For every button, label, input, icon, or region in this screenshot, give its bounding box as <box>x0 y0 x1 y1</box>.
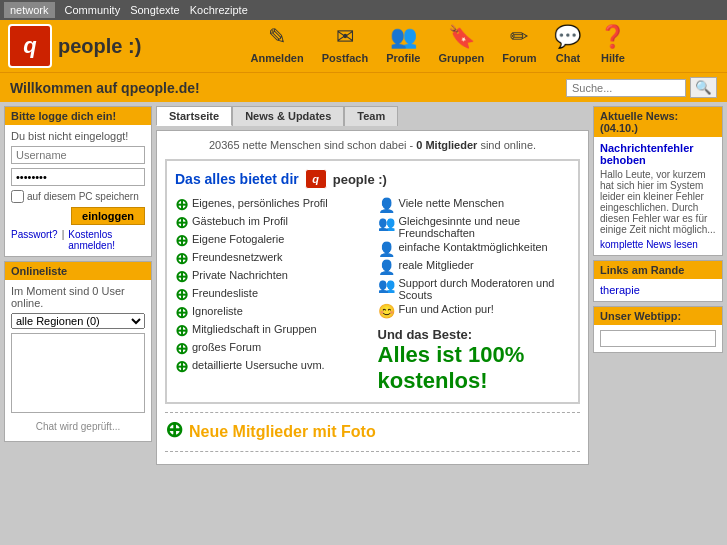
new-members-section: ⊕ Neue Mitglieder mit Foto <box>165 417 580 447</box>
username-input[interactable] <box>11 146 145 164</box>
tab-startseite[interactable]: Startseite <box>156 106 232 126</box>
welcome-search-input[interactable] <box>566 79 686 97</box>
plus-icon: ⊕ <box>175 197 188 213</box>
feature-item: ⊕Eigene Fotogalerie <box>175 233 368 249</box>
feature-item: ⊕Freundesliste <box>175 287 368 303</box>
online-user-list <box>11 333 145 413</box>
feature-item: 👥Support durch Moderatoren und Scouts <box>378 277 571 301</box>
features-left-column: ⊕Eigenes, persönliches Profil ⊕Gästebuch… <box>175 197 368 394</box>
links-item[interactable]: therapie <box>600 284 640 296</box>
login-box-content: Du bist nicht eingeloggt! auf diesem PC … <box>5 125 151 256</box>
login-links: Passwort? | Kostenlos anmelden! <box>11 229 145 251</box>
news-box: Aktuelle News: (04.10.) Nachrichtenfehle… <box>593 106 723 256</box>
plus-icon: ⊕ <box>175 233 188 249</box>
person-icon: 😊 <box>378 303 395 319</box>
features-logo-text: people :) <box>333 172 387 187</box>
tab-bar: Startseite News & Updates Team <box>156 106 589 126</box>
header-navigation: ✎ Anmelden ✉ Postfach 👥 Profile 🔖 Gruppe… <box>158 24 719 68</box>
webtipp-box-header: Unser Webtipp: <box>594 307 722 325</box>
nav-forum-label: Forum <box>502 52 536 64</box>
welcome-search-button[interactable]: 🔍 <box>690 77 717 98</box>
hilfe-icon: ❓ <box>599 24 626 50</box>
person-icon: 👥 <box>378 215 395 231</box>
plus-icon: ⊕ <box>175 341 188 357</box>
news-read-more-link[interactable]: komplette News lesen <box>600 239 698 250</box>
center-content: Startseite News & Updates Team 20365 net… <box>156 106 589 465</box>
feature-item: 😊Fun und Action pur! <box>378 303 571 319</box>
webtipp-input[interactable] <box>600 330 716 347</box>
person-icon: 👤 <box>378 241 395 257</box>
feature-item: ⊕Ignoreliste <box>175 305 368 321</box>
news-title: Nachrichtenfehler behoben <box>600 142 716 166</box>
person-icon: 👤 <box>378 259 395 275</box>
webtipp-box: Unser Webtipp: <box>593 306 723 353</box>
welcome-search-area: 🔍 <box>566 77 717 98</box>
gruppen-icon: 🔖 <box>448 24 475 50</box>
feature-item: 👤reale Mitglieder <box>378 259 571 275</box>
plus-icon: ⊕ <box>175 323 188 339</box>
plus-icon: ⊕ <box>175 269 188 285</box>
tab-news[interactable]: News & Updates <box>232 106 344 126</box>
features-logo-icon: q <box>305 169 327 189</box>
tab-team[interactable]: Team <box>344 106 398 126</box>
nav-gruppen[interactable]: 🔖 Gruppen <box>438 24 484 64</box>
links-box-header: Links am Rande <box>594 261 722 279</box>
divider <box>165 412 580 413</box>
plus-icon: ⊕ <box>175 359 188 375</box>
features-box: Das alles bietet dir q people :) ⊕Eigene… <box>165 159 580 404</box>
divider-bottom <box>165 451 580 452</box>
region-select[interactable]: alle Regionen (0) <box>11 313 145 329</box>
register-link[interactable]: Kostenlos anmelden! <box>68 229 145 251</box>
online-box: Onlineliste Im Moment sind 0 User online… <box>4 261 152 442</box>
feature-item: ⊕großes Forum <box>175 341 368 357</box>
feature-item: ⊕Mitgliedschaft in Gruppen <box>175 323 368 339</box>
password-input[interactable] <box>11 168 145 186</box>
news-box-header: Aktuelle News: (04.10.) <box>594 107 722 137</box>
nav-forum[interactable]: ✏ Forum <box>502 24 536 64</box>
nav-postfach[interactable]: ✉ Postfach <box>322 24 368 64</box>
features-right-column: 👤Viele nette Menschen 👥Gleichgesinnte un… <box>378 197 571 394</box>
nav-anmelden[interactable]: ✎ Anmelden <box>251 24 304 64</box>
person-icon: 👤 <box>378 197 395 213</box>
feature-item: ⊕Private Nachrichten <box>175 269 368 285</box>
nav-anmelden-label: Anmelden <box>251 52 304 64</box>
plus-icon: ⊕ <box>175 251 188 267</box>
top-navigation-bar: network Community Songtexte Kochrezipte <box>0 0 727 20</box>
plus-icon: ⊕ <box>175 305 188 321</box>
topbar-item-kochrezipte[interactable]: Kochrezipte <box>190 4 248 16</box>
remember-label[interactable]: auf diesem PC speichern <box>11 190 145 203</box>
content-area: 20365 nette Menschen sind schon dabei - … <box>156 130 589 465</box>
nav-hilfe[interactable]: ❓ Hilfe <box>599 24 626 64</box>
password-link[interactable]: Passwort? <box>11 229 58 251</box>
member-count: 20365 nette Menschen sind schon dabei - … <box>165 139 580 151</box>
plus-icon: ⊕ <box>175 287 188 303</box>
nav-hilfe-label: Hilfe <box>601 52 625 64</box>
nav-postfach-label: Postfach <box>322 52 368 64</box>
main-layout: Bitte logge dich ein! Du bist nicht eing… <box>0 102 727 469</box>
nav-gruppen-label: Gruppen <box>438 52 484 64</box>
news-body: Hallo Leute, vor kurzem hat sich hier im… <box>600 169 716 235</box>
nav-profile[interactable]: 👥 Profile <box>386 24 420 64</box>
features-title: Das alles bietet dir q people :) <box>175 169 570 189</box>
feature-item: 👤Viele nette Menschen <box>378 197 571 213</box>
news-box-content: Nachrichtenfehler behoben Hallo Leute, v… <box>594 137 722 255</box>
login-box-header: Bitte logge dich ein! <box>5 107 151 125</box>
topbar-item-community[interactable]: Community <box>65 4 121 16</box>
topbar-item-songtexte[interactable]: Songtexte <box>130 4 180 16</box>
links-box-content: therapie <box>594 279 722 301</box>
logo-text: people :) <box>58 35 141 58</box>
login-button[interactable]: einloggen <box>71 207 145 225</box>
profile-icon: 👥 <box>390 24 417 50</box>
anmelden-icon: ✎ <box>268 24 286 50</box>
new-members-title: ⊕ Neue Mitglieder mit Foto <box>165 417 580 447</box>
features-grid: ⊕Eigenes, persönliches Profil ⊕Gästebuch… <box>175 197 570 394</box>
nav-chat[interactable]: 💬 Chat <box>554 24 581 64</box>
feature-item: ⊕Eigenes, persönliches Profil <box>175 197 368 213</box>
logo-icon: q <box>8 24 52 68</box>
nav-profile-label: Profile <box>386 52 420 64</box>
topbar-item-network[interactable]: network <box>4 2 55 18</box>
remember-checkbox[interactable] <box>11 190 24 203</box>
nav-chat-label: Chat <box>556 52 580 64</box>
online-count-text: Im Moment sind 0 User online. <box>11 285 145 309</box>
site-logo[interactable]: q people :) <box>8 24 158 68</box>
